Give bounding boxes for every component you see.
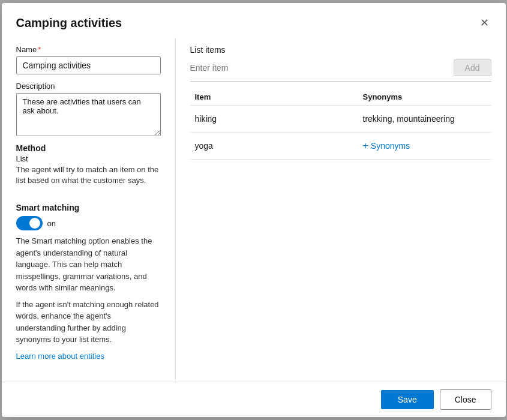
item-cell-yoga: yoga <box>190 141 358 151</box>
add-item-row: Add <box>190 59 491 82</box>
table-row: yoga + Synonyms <box>190 133 491 160</box>
add-item-button[interactable]: Add <box>454 59 491 76</box>
modal-footer: Save Close <box>2 382 506 417</box>
smart-desc-2: If the agent isn't matching enough relat… <box>16 299 161 346</box>
item-cell-hiking: hiking <box>190 114 358 124</box>
right-panel: List items Add Item Synonyms hiking trek… <box>176 38 506 382</box>
name-field-group: Name* <box>16 45 161 74</box>
close-button[interactable]: Close <box>440 389 491 410</box>
synonyms-cell-hiking: trekking, mountaineering <box>358 114 491 124</box>
description-field-group: Description These are activities that us… <box>16 82 161 136</box>
add-synonym-label: Synonyms <box>371 141 410 151</box>
add-synonym-button-yoga[interactable]: + Synonyms <box>363 141 410 151</box>
name-label: Name* <box>16 45 161 54</box>
modal-title: Camping activities <box>16 16 122 30</box>
method-section: Method List The agent will try to match … <box>16 143 161 186</box>
modal-overlay: Camping activities ✕ Name* Description T… <box>0 0 507 420</box>
modal-body: Name* Description These are activities t… <box>2 38 506 382</box>
smart-matching-label: Smart matching <box>16 203 161 212</box>
description-label: Description <box>16 82 161 91</box>
name-input[interactable] <box>16 56 161 74</box>
method-value: List <box>16 154 161 163</box>
smart-matching-toggle[interactable] <box>16 216 43 230</box>
col-item-header: Item <box>190 92 358 101</box>
smart-matching-section: Smart matching on The Smart matching opt… <box>16 203 161 361</box>
plus-icon: + <box>363 141 368 151</box>
toggle-state-label: on <box>47 219 56 228</box>
col-synonyms-header: Synonyms <box>358 92 491 101</box>
left-panel: Name* Description These are activities t… <box>2 38 176 382</box>
modal-close-icon-button[interactable]: ✕ <box>478 14 491 32</box>
table-header-row: Item Synonyms <box>190 89 491 106</box>
method-description: The agent will try to match an item on t… <box>16 164 161 186</box>
add-item-input[interactable] <box>190 61 449 75</box>
synonyms-cell-yoga: + Synonyms <box>358 141 491 151</box>
modal-header: Camping activities ✕ <box>2 3 506 38</box>
toggle-row: on <box>16 216 161 230</box>
learn-more-link[interactable]: Learn more about entities <box>16 352 104 361</box>
method-label: Method <box>16 143 161 153</box>
description-textarea[interactable]: These are activities that users can ask … <box>16 93 161 136</box>
modal-dialog: Camping activities ✕ Name* Description T… <box>2 3 506 417</box>
table-row: hiking trekking, mountaineering <box>190 106 491 133</box>
required-indicator: * <box>38 45 41 54</box>
save-button[interactable]: Save <box>381 390 434 409</box>
list-items-label: List items <box>190 45 491 55</box>
toggle-slider <box>16 216 43 230</box>
smart-desc-1: The Smart matching option enables the ag… <box>16 235 161 294</box>
